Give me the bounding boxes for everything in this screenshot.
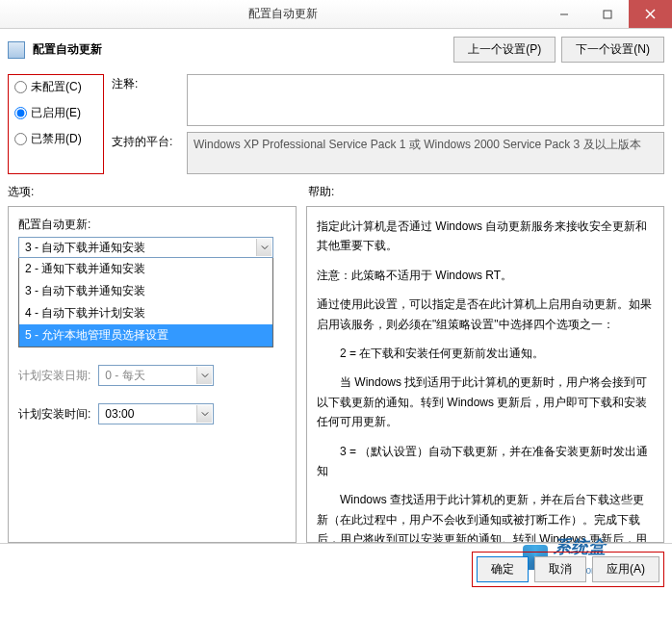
schedule-day-value: 0 - 每天 xyxy=(105,368,144,384)
comment-textarea[interactable] xyxy=(187,74,664,126)
policy-editor-icon xyxy=(8,7,23,22)
schedule-time-select[interactable]: 03:00 xyxy=(98,403,214,424)
supported-label: 支持的平台: xyxy=(112,132,179,174)
update-mode-select[interactable]: 3 - 自动下载并通知安装 2 - 通知下载并通知安装3 - 自动下载并通知安装… xyxy=(18,237,273,347)
chevron-down-icon xyxy=(196,405,212,423)
comment-label: 注释: xyxy=(112,74,179,126)
update-mode-option[interactable]: 5 - 允许本地管理员选择设置 xyxy=(19,324,272,347)
window-title: 配置自动更新 xyxy=(23,6,542,22)
close-icon xyxy=(645,9,656,19)
options-header: 选项: xyxy=(8,184,297,200)
titlebar: 配置自动更新 xyxy=(0,0,672,29)
schedule-day-select[interactable]: 0 - 每天 xyxy=(98,365,214,386)
policy-title: 配置自动更新 xyxy=(33,41,102,58)
radio-disabled-label: 已禁用(D) xyxy=(31,131,82,147)
ok-button[interactable]: 确定 xyxy=(477,556,529,582)
header-row: 配置自动更新 上一个设置(P) 下一个设置(N) xyxy=(8,37,664,63)
update-mode-selected: 3 - 自动下载并通知安装 xyxy=(25,240,145,256)
help-text: 3 = （默认设置）自动下载更新，并在准备安装更新时发出通知 xyxy=(317,442,654,481)
update-mode-option[interactable]: 2 - 通知下载并通知安装 xyxy=(19,258,272,280)
update-mode-option[interactable]: 4 - 自动下载并计划安装 xyxy=(19,302,272,324)
help-header: 帮助: xyxy=(308,184,664,200)
help-text: 指定此计算机是否通过 Windows 自动更新服务来接收安全更新和其他重要下载。 xyxy=(317,217,654,256)
apply-button[interactable]: 应用(A) xyxy=(592,556,659,582)
cancel-button[interactable]: 取消 xyxy=(534,556,586,582)
close-button[interactable] xyxy=(629,0,672,28)
minimize-button[interactable] xyxy=(542,0,585,28)
radio-enabled-input[interactable] xyxy=(14,107,27,119)
radio-enabled-label: 已启用(E) xyxy=(31,105,81,121)
schedule-time-value: 03:00 xyxy=(105,407,134,421)
maximize-button[interactable] xyxy=(585,0,629,28)
svg-rect-1 xyxy=(604,11,611,18)
help-text: 2 = 在下载和安装任何更新前发出通知。 xyxy=(317,344,654,363)
options-panel: 配置自动更新: 3 - 自动下载并通知安装 2 - 通知下载并通知安装3 - 自… xyxy=(8,206,297,543)
minimize-icon xyxy=(559,10,569,19)
schedule-time-label: 计划安装时间: xyxy=(18,406,90,423)
next-setting-button[interactable]: 下一个设置(N) xyxy=(561,37,664,63)
help-text: 当 Windows 找到适用于此计算机的更新时，用户将会接到可以下载更新的通知。… xyxy=(317,373,654,431)
configure-update-label: 配置自动更新: xyxy=(18,217,286,233)
chevron-down-icon xyxy=(196,367,212,384)
schedule-day-label: 计划安装日期: xyxy=(18,368,90,384)
help-panel[interactable]: 指定此计算机是否通过 Windows 自动更新服务来接收安全更新和其他重要下载。… xyxy=(306,206,664,543)
radio-disabled[interactable]: 已禁用(D) xyxy=(14,131,97,147)
radio-disabled-input[interactable] xyxy=(14,133,27,145)
update-mode-options[interactable]: 2 - 通知下载并通知安装3 - 自动下载并通知安装4 - 自动下载并计划安装5… xyxy=(18,258,273,347)
state-radio-group: 未配置(C) 已启用(E) 已禁用(D) xyxy=(8,74,104,174)
help-text: 通过使用此设置，可以指定是否在此计算机上启用自动更新。如果启用该服务，则必须在"… xyxy=(317,295,654,334)
footer: 确定 取消 应用(A) xyxy=(0,543,672,595)
help-text: 注意：此策略不适用于 Windows RT。 xyxy=(317,266,654,285)
maximize-icon xyxy=(603,10,612,19)
previous-setting-button[interactable]: 上一个设置(P) xyxy=(453,37,556,63)
policy-icon xyxy=(8,41,25,59)
supported-platforms: Windows XP Professional Service Pack 1 或… xyxy=(187,132,664,174)
radio-not-configured-input[interactable] xyxy=(14,81,27,93)
update-mode-option[interactable]: 3 - 自动下载并通知安装 xyxy=(19,280,272,302)
help-text: Windows 查找适用于此计算机的更新，并在后台下载这些更新（在此过程中，用户… xyxy=(317,490,654,543)
radio-not-configured-label: 未配置(C) xyxy=(31,79,82,95)
chevron-down-icon xyxy=(256,239,271,256)
radio-not-configured[interactable]: 未配置(C) xyxy=(14,79,97,95)
radio-enabled[interactable]: 已启用(E) xyxy=(14,105,97,121)
